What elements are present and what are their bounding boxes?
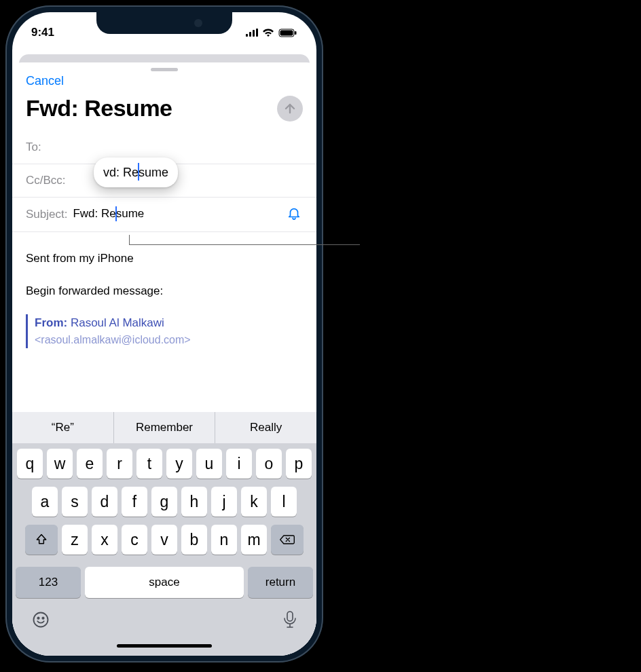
key-s[interactable]: s: [62, 487, 88, 517]
send-button[interactable]: [277, 96, 303, 122]
keyboard: “Re” Remember Really q w e r t y u i o: [12, 412, 316, 656]
signature: Sent from my iPhone: [26, 250, 303, 267]
notch: [96, 12, 232, 34]
svg-point-4: [37, 618, 39, 619]
key-c[interactable]: c: [122, 525, 147, 555]
cursor-caret[interactable]: [115, 206, 117, 221]
key-i[interactable]: i: [226, 449, 252, 479]
bell-icon[interactable]: [287, 206, 301, 224]
compose-title: Fwd: Resume: [26, 95, 172, 122]
quoted-block: From: Rasoul Al Malkawi <rasoul.almalkaw…: [26, 314, 303, 348]
suggestion-0[interactable]: “Re”: [12, 412, 113, 443]
subject-value: Fwd: Resume: [73, 207, 144, 222]
cellular-icon: [246, 29, 258, 37]
keyboard-row-2: a s d f g h j k l: [16, 487, 313, 517]
subject-field[interactable]: Subject: Fwd: Resume: [12, 198, 316, 232]
dictation-icon[interactable]: [282, 610, 297, 632]
svg-rect-1: [280, 30, 293, 35]
key-v[interactable]: v: [151, 525, 177, 555]
phone-frame: 9:41 Cancel Fwd: Resume: [5, 5, 323, 662]
key-h[interactable]: h: [181, 487, 207, 517]
svg-rect-2: [295, 31, 297, 35]
cursor-caret: [138, 163, 139, 181]
key-x[interactable]: x: [92, 525, 117, 555]
key-d[interactable]: d: [92, 487, 117, 517]
suggestion-1[interactable]: Remember: [113, 412, 215, 443]
keyboard-row-3: z x c v b n m: [16, 525, 313, 555]
home-indicator[interactable]: [117, 644, 212, 648]
screen: 9:41 Cancel Fwd: Resume: [12, 12, 316, 656]
shift-key[interactable]: [25, 525, 58, 555]
key-a[interactable]: a: [32, 487, 58, 517]
key-k[interactable]: k: [241, 487, 267, 517]
space-key[interactable]: space: [85, 567, 244, 598]
sheet-grabber[interactable]: [151, 68, 178, 71]
from-name: Rasoul Al Malkawi: [71, 316, 164, 329]
key-u[interactable]: u: [196, 449, 222, 479]
to-label: To:: [26, 141, 41, 154]
key-l[interactable]: l: [271, 487, 297, 517]
key-g[interactable]: g: [151, 487, 177, 517]
key-f[interactable]: f: [122, 487, 147, 517]
ccbcc-field[interactable]: Cc/Bcc: vd: Resume: [12, 164, 316, 198]
svg-point-5: [42, 618, 43, 619]
begin-forwarded: Begin forwarded message:: [26, 282, 303, 300]
key-z[interactable]: z: [62, 525, 88, 555]
suggestion-bar: “Re” Remember Really: [12, 412, 316, 443]
emoji-icon[interactable]: [31, 610, 50, 632]
key-y[interactable]: y: [166, 449, 192, 479]
key-m[interactable]: m: [241, 525, 267, 555]
numbers-key[interactable]: 123: [16, 567, 81, 598]
battery-icon: [278, 29, 297, 37]
key-q[interactable]: q: [17, 449, 43, 479]
cancel-button[interactable]: Cancel: [26, 74, 64, 88]
svg-point-3: [34, 613, 48, 627]
from-label: From:: [35, 316, 67, 329]
key-j[interactable]: j: [211, 487, 237, 517]
key-p[interactable]: p: [286, 449, 312, 479]
key-n[interactable]: n: [211, 525, 237, 555]
message-body[interactable]: Sent from my iPhone Begin forwarded mess…: [12, 232, 316, 366]
suggestion-2[interactable]: Really: [215, 412, 316, 443]
status-time: 9:41: [31, 26, 54, 39]
text-magnifier-loupe: vd: Resume: [94, 157, 178, 187]
subject-label: Subject:: [26, 208, 67, 221]
key-r[interactable]: r: [107, 449, 132, 479]
wifi-icon: [262, 29, 274, 37]
return-key[interactable]: return: [248, 567, 313, 598]
backspace-key[interactable]: [271, 525, 304, 555]
svg-rect-6: [287, 612, 293, 621]
key-w[interactable]: w: [47, 449, 73, 479]
key-b[interactable]: b: [181, 525, 207, 555]
key-o[interactable]: o: [256, 449, 282, 479]
callout-line: [129, 244, 360, 245]
key-e[interactable]: e: [77, 449, 103, 479]
compose-sheet: Cancel Fwd: Resume To: Cc/Bcc: vd: Resum…: [12, 62, 316, 656]
keyboard-row-1: q w e r t y u i o p: [16, 449, 313, 479]
ccbcc-label: Cc/Bcc:: [26, 174, 66, 187]
key-t[interactable]: t: [136, 449, 162, 479]
from-email: <rasoul.almalkawi@icloud.com>: [35, 332, 303, 348]
